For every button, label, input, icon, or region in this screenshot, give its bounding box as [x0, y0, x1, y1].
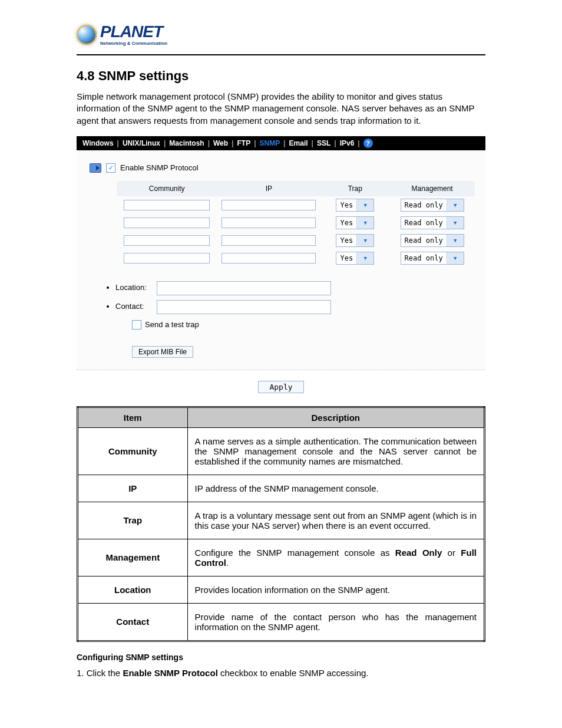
tab-ssl[interactable]: SSL: [317, 139, 330, 147]
col-community: Community: [117, 181, 217, 196]
community-input[interactable]: [124, 235, 210, 246]
configuring-heading: Configuring SNMP settings: [77, 653, 485, 662]
tab-windows[interactable]: Windows: [82, 139, 114, 147]
tab-unix-linux[interactable]: UNIX/Linux: [123, 139, 160, 147]
globe-icon: [77, 25, 97, 45]
tab-ftp[interactable]: FTP: [237, 139, 250, 147]
chevron-down-icon: ▼: [447, 199, 464, 211]
config-step-1: 1. Click the Enable SNMP Protocol checkb…: [77, 668, 485, 678]
chevron-down-icon: ▼: [447, 252, 464, 264]
trap-select[interactable]: Yes▼: [336, 216, 374, 229]
chevron-down-icon: ▼: [356, 199, 373, 211]
chevron-down-icon: ▼: [356, 217, 373, 229]
ip-input[interactable]: [222, 218, 316, 228]
management-select[interactable]: Read only▼: [401, 216, 464, 229]
trap-select[interactable]: Yes▼: [336, 234, 374, 247]
chevron-down-icon: ▼: [356, 235, 373, 246]
trap-select[interactable]: Yes▼: [336, 252, 374, 265]
community-input[interactable]: [124, 253, 210, 263]
send-test-trap-checkbox[interactable]: [132, 320, 141, 330]
brand-logo: PLANET Networking & Communication: [77, 24, 485, 46]
ip-input[interactable]: [222, 200, 316, 210]
export-mib-button[interactable]: Export MIB File: [132, 346, 193, 358]
desc-head-description: Description: [187, 407, 484, 427]
chevron-down-icon: ▼: [447, 235, 464, 246]
tab-macintosh[interactable]: Macintosh: [169, 139, 204, 147]
brand-tagline: Networking & Communication: [100, 41, 167, 46]
table-row: Yes▼ Read only▼: [117, 232, 475, 249]
description-table: Item Description CommunityA name serves …: [77, 406, 485, 642]
apply-button[interactable]: Apply: [258, 381, 303, 393]
tab-email[interactable]: Email: [289, 139, 308, 147]
tab-bar: Windows| UNIX/Linux| Macintosh| Web| FTP…: [77, 136, 485, 150]
ip-input[interactable]: [222, 253, 316, 263]
tab-snmp[interactable]: SNMP: [260, 139, 280, 147]
location-label: Location:: [115, 283, 157, 292]
divider: [77, 54, 485, 55]
intro-text: Simple network management protocol (SNMP…: [77, 91, 485, 127]
table-row: TrapA trap is a voluntary message sent o…: [78, 502, 485, 539]
page-title: 4.8 SNMP settings: [77, 68, 485, 84]
management-select[interactable]: Read only▼: [401, 234, 464, 247]
enable-snmp-checkbox[interactable]: ✓: [106, 163, 115, 173]
chevron-down-icon: ▼: [447, 217, 464, 229]
snmp-table: Community IP Trap Management Yes▼ Read o…: [117, 181, 475, 267]
management-select[interactable]: Read only▼: [401, 199, 464, 212]
snmp-panel: ✓ Enable SNMP Protocol Community IP Trap…: [77, 150, 485, 370]
ip-input[interactable]: [222, 235, 316, 246]
tab-ipv6[interactable]: IPv6: [340, 139, 355, 147]
table-row: IPIP address of the SNMP management cons…: [78, 475, 485, 502]
table-row: CommunityA name serves as a simple authe…: [78, 427, 485, 475]
enable-snmp-label: Enable SNMP Protocol: [120, 163, 199, 172]
brand-name: PLANET: [100, 24, 167, 40]
community-input[interactable]: [124, 200, 210, 210]
desc-head-item: Item: [78, 407, 188, 427]
col-management: Management: [389, 181, 475, 196]
table-row: LocationProvides location information on…: [78, 576, 485, 603]
tab-web[interactable]: Web: [213, 139, 228, 147]
col-trap: Trap: [320, 181, 389, 196]
contact-input[interactable]: [157, 300, 331, 314]
table-row: ManagementConfigure the SNMP management …: [78, 539, 485, 576]
community-input[interactable]: [124, 218, 210, 228]
send-test-trap-label: Send a test trap: [145, 320, 199, 329]
management-select[interactable]: Read only▼: [401, 252, 464, 265]
table-row: Yes▼ Read only▼: [117, 196, 475, 214]
location-input[interactable]: [157, 281, 331, 295]
chevron-down-icon: ▼: [356, 252, 373, 264]
trap-select[interactable]: Yes▼: [336, 199, 374, 212]
contact-label: Contact:: [115, 302, 157, 311]
table-row: ContactProvide name of the contact perso…: [78, 603, 485, 641]
step-arrow-icon: [90, 163, 101, 173]
table-row: Yes▼ Read only▼: [117, 214, 475, 232]
col-ip: IP: [217, 181, 320, 196]
table-row: Yes▼ Read only▼: [117, 249, 475, 267]
help-icon[interactable]: ?: [363, 139, 373, 148]
